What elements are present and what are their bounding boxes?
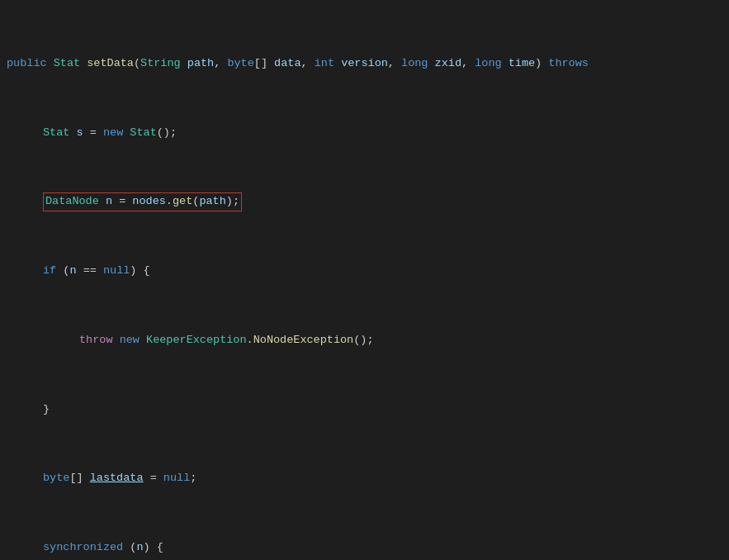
line-4: if (n == null) {: [0, 263, 729, 280]
line-3: DataNode n = nodes.get(path);: [0, 193, 729, 211]
line-5: throw new KeeperException.NoNodeExceptio…: [0, 332, 729, 349]
method-setdata: setData: [87, 57, 134, 69]
keyword-public: public: [7, 57, 47, 69]
line-6: }: [0, 401, 729, 419]
line-8: synchronized (n) {: [0, 539, 729, 557]
highlighted-datanode-line: DataNode n = nodes.get(path);: [43, 192, 242, 211]
line-7: byte[] lastdata = null;: [0, 470, 729, 487]
code-editor: public Stat setData(String path, byte[] …: [0, 0, 729, 560]
type-stat: Stat: [54, 57, 80, 69]
line-1: public Stat setData(String path, byte[] …: [0, 55, 729, 73]
line-2: Stat s = new Stat();: [0, 125, 729, 142]
